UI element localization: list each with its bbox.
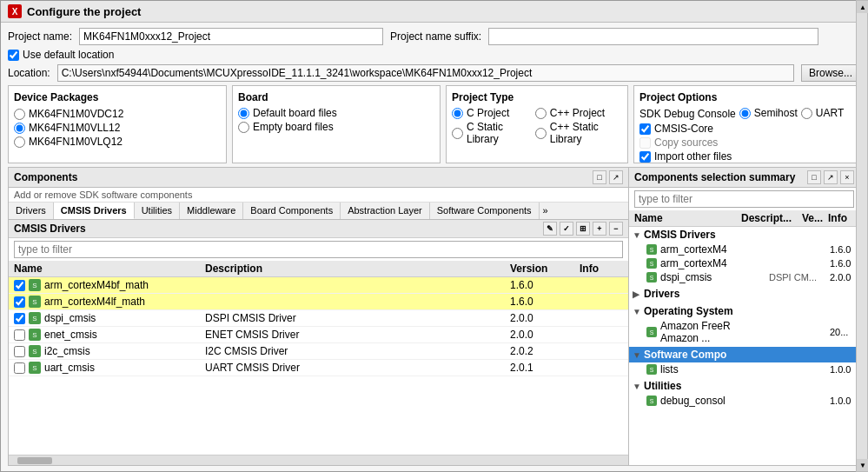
cpp-static-library-label[interactable]: C++ Static Library [535, 121, 622, 145]
components-header-icons: □ ↗ [593, 170, 623, 184]
cmsis-core-label[interactable]: CMSIS-Core [639, 123, 854, 135]
table-row[interactable]: S enet_cmsis ENET CMSIS Driver 2.0.0 [9, 327, 628, 343]
location-input[interactable] [57, 64, 794, 82]
cmsis-drivers-title: CMSIS Drivers [14, 223, 86, 235]
default-board-files-label[interactable]: Default board files [238, 107, 434, 119]
tree-item-freertos[interactable]: S Amazon FreeR Amazon ... 20... [629, 319, 859, 345]
row-checkbox-3[interactable] [14, 313, 25, 324]
row-checkbox-2[interactable] [14, 296, 25, 308]
cmsis-icon-2[interactable]: ✓ [560, 222, 573, 236]
cmsis-table-header: Name Description Version Info [9, 261, 628, 277]
table-row[interactable]: S dspi_cmsis DSPI CMSIS Driver 2.0.0 [9, 310, 628, 327]
tree-group-header-os[interactable]: ▼ Operating System [629, 303, 859, 319]
tab-abstraction-layer[interactable]: Abstraction Layer [341, 203, 430, 219]
table-row[interactable]: S uart_cmsis UART CMSIS Driver 2.0.1 [9, 360, 628, 376]
tree-pkg-icon-freertos: S [646, 327, 657, 337]
cmsis-icon-4[interactable]: + [593, 222, 606, 236]
device-radio-3[interactable] [14, 136, 25, 148]
components-icon-1[interactable]: □ [593, 170, 606, 184]
import-other-files-label[interactable]: Import other files [639, 150, 854, 163]
drivers-arrow: ▶ [633, 289, 641, 299]
cmsis-icon-5[interactable]: − [609, 222, 623, 236]
tab-cmsis-drivers[interactable]: CMSIS Drivers [54, 203, 135, 219]
uart-label[interactable]: UART [801, 107, 844, 119]
c-project-label[interactable]: C Project [452, 107, 528, 119]
empty-board-files-label[interactable]: Empty board files [238, 121, 434, 133]
uart-radio[interactable] [801, 108, 812, 119]
tree-group-header-utilities[interactable]: ▼ Utilities [629, 378, 859, 394]
scroll-down[interactable]: ▼ [857, 459, 868, 471]
summary-icon-3[interactable]: × [840, 170, 854, 184]
tree-group-header-cmsis[interactable]: ▼ CMSIS Drivers [629, 227, 859, 243]
copy-sources-label[interactable]: Copy sources [639, 136, 854, 149]
window-icon: X [8, 4, 22, 18]
cmsis-filter-input[interactable] [14, 241, 623, 258]
sdk-debug-label: SDK Debug Console [639, 108, 736, 120]
use-default-location-label[interactable]: Use default location [8, 49, 114, 61]
tree-item-debug-console[interactable]: S debug_consol 1.0.0 [629, 394, 859, 408]
default-board-radio[interactable] [238, 108, 249, 119]
device-radio-1[interactable] [14, 109, 25, 120]
cpp-project-radio[interactable] [535, 108, 547, 119]
summary-filter-input[interactable] [634, 190, 854, 208]
c-static-library-radio[interactable] [452, 128, 463, 139]
tree-item-dspi[interactable]: S dspi_cmsis DSPI CM... 2.0.0 [629, 270, 859, 284]
table-row[interactable]: S arm_cortexM4bf_math 1.6.0 [9, 277, 628, 294]
tree-group-os: ▼ Operating System S Amazon FreeR Amazon… [629, 303, 859, 345]
tree-group-header-drivers[interactable]: ▶ Drivers [629, 286, 859, 302]
row-checkbox-5[interactable] [14, 346, 25, 357]
table-row[interactable]: S arm_cortexM4lf_math 1.6.0 [9, 294, 628, 310]
row-checkbox-6[interactable] [14, 362, 25, 374]
device-packages-panel: Device Packages MK64FN1M0VDC12 MK64FN1M0… [8, 85, 227, 163]
board-panel: Board Default board files Empty board fi… [232, 85, 441, 163]
device-item-3[interactable]: MK64FN1M0VLQ12 [14, 135, 221, 149]
tree-group-header-software[interactable]: ▼ Software Compo [629, 347, 859, 362]
device-radio-2[interactable] [14, 123, 25, 134]
table-row[interactable]: S i2c_cmsis I2C CMSIS Driver 2.0.2 [9, 343, 628, 360]
cmsis-icon-3[interactable]: ⊞ [576, 222, 590, 236]
tab-software-components[interactable]: Software Components [430, 203, 540, 219]
copy-sources-checkbox[interactable] [639, 137, 651, 149]
tree-item-lists[interactable]: S lists 1.0.0 [629, 362, 859, 376]
col-header-description: Description [205, 263, 510, 275]
summary-icon-2[interactable]: ↗ [824, 170, 838, 184]
tab-middleware[interactable]: Middleware [180, 203, 243, 219]
project-name-input[interactable] [79, 28, 383, 45]
components-icon-2[interactable]: ↗ [609, 170, 623, 184]
cpp-static-library-radio[interactable] [535, 128, 547, 139]
horizontal-scrollbar[interactable] [9, 455, 628, 465]
device-item-2[interactable]: MK64FN1M0VLL12 [14, 121, 221, 135]
device-scrollbar[interactable]: ▲ ▼ [856, 0, 868, 472]
browse-button[interactable]: Browse... [801, 64, 860, 82]
use-default-location-checkbox[interactable] [8, 50, 19, 61]
semihost-radio[interactable] [739, 108, 751, 119]
scroll-up[interactable]: ▲ [857, 1, 868, 13]
tab-utilities[interactable]: Utilities [135, 203, 180, 219]
components-tabs: Drivers CMSIS Drivers Utilities Middlewa… [9, 203, 628, 220]
tree-group-utilities: ▼ Utilities S debug_consol 1.0.0 [629, 378, 859, 408]
tab-more[interactable]: » [540, 203, 552, 219]
c-static-library-label[interactable]: C Static Library [452, 121, 528, 145]
tab-drivers[interactable]: Drivers [9, 203, 54, 219]
tab-board-components[interactable]: Board Components [243, 203, 341, 219]
import-other-files-checkbox[interactable] [639, 151, 651, 163]
summary-icon-1[interactable]: □ [807, 170, 821, 184]
row-name-2: S arm_cortexM4lf_math [14, 296, 205, 308]
semihost-label[interactable]: Semihost [739, 107, 798, 119]
tree-item-arm2[interactable]: S arm_cortexM4 1.6.0 [629, 256, 859, 270]
cmsis-icon-1[interactable]: ✎ [543, 222, 557, 236]
col-header-info: Info [580, 263, 623, 275]
row-checkbox-4[interactable] [14, 329, 25, 341]
pkg-icon-4: S [29, 329, 41, 341]
cmsis-core-checkbox[interactable] [639, 123, 651, 135]
board-title: Board [238, 91, 434, 103]
row-desc-6: UART CMSIS Driver [205, 362, 510, 374]
tree-item-arm1[interactable]: S arm_cortexM4 1.6.0 [629, 243, 859, 256]
row-checkbox-1[interactable] [14, 280, 25, 291]
cpp-project-label[interactable]: C++ Project [535, 107, 622, 119]
empty-board-radio[interactable] [238, 122, 249, 133]
c-project-radio[interactable] [452, 108, 463, 119]
device-item-1[interactable]: MK64FN1M0VDC12 [14, 107, 221, 121]
project-suffix-input[interactable] [488, 28, 818, 45]
os-arrow: ▼ [633, 307, 641, 316]
